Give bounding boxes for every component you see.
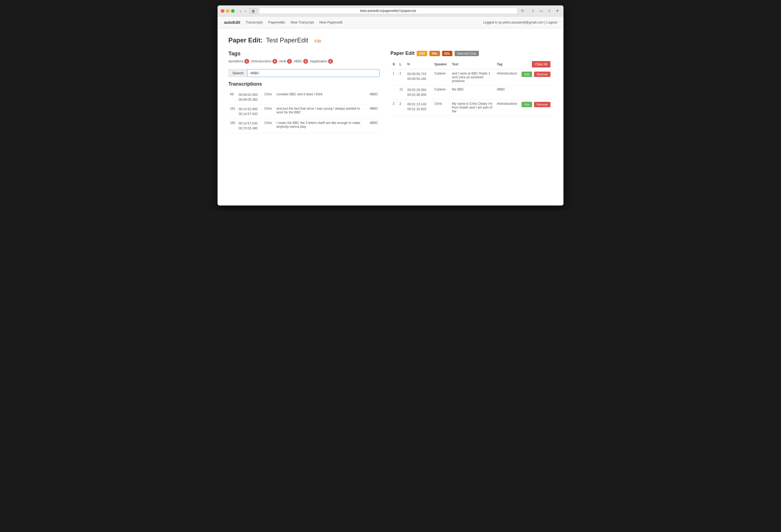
page-title: Paper Edit: Test PaperEdit Edit bbox=[229, 37, 552, 44]
paper-edit-row-3: 2 2 00:01:13.140 00:01:16.920 Chris My n bbox=[390, 100, 552, 116]
nav-link-transcripts[interactable]: Transcripts bbox=[246, 20, 263, 24]
nav-link-paperedits[interactable]: Paperedits bbox=[269, 20, 285, 24]
table-row: 69 00:08:02.050 00:08:05.380 Chris consi… bbox=[229, 90, 380, 104]
tag-bbc-count: 4 bbox=[303, 59, 308, 64]
table-row: 162 00:14:57.630 00:15:02.480 Chris I me… bbox=[229, 119, 380, 133]
pe-tag-3: #Introductions bbox=[495, 100, 519, 116]
reload-button[interactable]: ↻ bbox=[520, 8, 526, 13]
title-name: Test PaperEdit bbox=[266, 37, 309, 44]
minimize-button[interactable] bbox=[226, 9, 230, 13]
address-bar[interactable]: beta.autoedit.io/paperedits/1/papercuts bbox=[259, 8, 518, 14]
paper-edit-title: Paper Edit bbox=[390, 50, 415, 56]
navbar-right: Logged in as pietro.passarelli@gmail.com… bbox=[483, 20, 557, 24]
col-l: L bbox=[397, 59, 405, 70]
tag-introductions[interactable]: #Introductions 4 bbox=[250, 59, 277, 64]
tag-bbc[interactable]: #BBC 4 bbox=[293, 59, 308, 64]
search-input[interactable] bbox=[247, 69, 380, 77]
tags-title: Tags bbox=[229, 50, 380, 57]
paper-edit-header-row: N L tc Speaker Text Tag Clear All bbox=[390, 59, 552, 70]
close-button[interactable] bbox=[221, 9, 224, 13]
transcriptions-table: 69 00:08:02.050 00:08:05.380 Chris consi… bbox=[229, 90, 380, 133]
tc-speaker-3: Chris bbox=[263, 119, 275, 133]
view-text-only-button[interactable]: View text Only bbox=[455, 51, 479, 56]
pe-l-2: 21 bbox=[397, 85, 405, 100]
pe-speaker-1: Carlene bbox=[432, 70, 450, 85]
tc-num-2: 161 bbox=[229, 104, 237, 119]
title-prefix: Paper Edit: bbox=[229, 37, 263, 44]
app-content: autoEdit Transcripts Paperedits New Tran… bbox=[217, 16, 564, 206]
main-content: Paper Edit: Test PaperEdit Edit Tags #pr… bbox=[217, 28, 564, 204]
tc-time-2: 00:14:52.800 00:14:57.630 bbox=[237, 104, 263, 119]
two-column-layout: Tags #problems 1 #Introductions 4 bbox=[229, 50, 552, 133]
tag-problems[interactable]: #problems 1 bbox=[229, 59, 249, 64]
tc-tag-1: #BBC bbox=[368, 90, 380, 104]
tc-num-1: 69 bbox=[229, 90, 237, 104]
add-tab-button[interactable]: + bbox=[554, 8, 560, 14]
tag-problems-label: #problems bbox=[229, 59, 244, 63]
share-button[interactable]: ⇧ bbox=[530, 8, 536, 13]
pe-tag-2: #BBC bbox=[495, 85, 519, 100]
pe-l-3: 2 bbox=[397, 100, 405, 116]
remove-button-1[interactable]: Remove bbox=[534, 72, 550, 77]
tag-bbc-label: #BBC bbox=[293, 59, 302, 63]
logout-link[interactable]: | Logout bbox=[544, 20, 557, 24]
tag-introductions-label: #Introductions bbox=[250, 59, 272, 63]
download-button[interactable]: ⇩ bbox=[546, 8, 552, 13]
nav-buttons: ‹ › bbox=[238, 8, 248, 14]
user-email: pietro.passarelli@gmail.com bbox=[503, 20, 543, 24]
tag-problems-count: 1 bbox=[244, 59, 249, 64]
tc-text-3: I mean the BBC the 3 letters itself are … bbox=[275, 119, 368, 133]
tc-num-3: 162 bbox=[229, 119, 237, 133]
col-n: N bbox=[390, 59, 397, 70]
csv-button[interactable]: CSV bbox=[417, 51, 427, 56]
table-row: 161 00:14:52.800 00:14:57.630 Chris and … bbox=[229, 104, 380, 119]
tc-tag-3: #BBC bbox=[368, 119, 380, 133]
edit-button-3[interactable]: Edit bbox=[522, 102, 532, 107]
transcriptions-title: Transcriptions bbox=[229, 81, 380, 87]
nav-link-new-paperedit[interactable]: New Paperedit bbox=[320, 20, 342, 24]
tc-speaker-2: Chris bbox=[263, 104, 275, 119]
nav-link-new-transcript[interactable]: New Transcript bbox=[290, 20, 314, 24]
pe-speaker-2: Carlene bbox=[432, 85, 450, 100]
clear-all-button[interactable]: Clear All bbox=[532, 61, 550, 68]
pe-tc-2: 00:02:29.050 00:02:36.000 bbox=[405, 85, 432, 100]
pe-n-2 bbox=[390, 85, 397, 100]
pe-tc-3: 00:01:13.140 00:01:16.920 bbox=[405, 100, 432, 116]
maximize-button[interactable] bbox=[231, 9, 235, 13]
tags-section: Tags #problems 1 #Introductions 4 bbox=[229, 50, 380, 64]
edit-button-1[interactable]: Edit bbox=[522, 72, 532, 77]
edit-link[interactable]: Edit bbox=[315, 39, 321, 43]
tag-application[interactable]: #application 1 bbox=[309, 59, 333, 64]
tag-application-label: #application bbox=[309, 59, 327, 63]
pe-actions-1: Edit Remove bbox=[520, 70, 552, 85]
pe-n-1: 1 bbox=[390, 70, 397, 85]
tag-edit-count: 1 bbox=[287, 59, 292, 64]
col-text: Text bbox=[450, 59, 495, 70]
pe-tag-1: #Introductions bbox=[495, 70, 519, 85]
pe-actions-3: Edit Remove bbox=[520, 100, 552, 116]
duplicate-tab-button[interactable]: ▭ bbox=[538, 8, 544, 13]
pe-tc-1: 00:00:50.719 00:00:54.160 bbox=[405, 70, 432, 85]
col-tag: Tag bbox=[495, 59, 519, 70]
search-button[interactable]: Search bbox=[229, 69, 247, 77]
browser-chrome: ‹ › ▦ beta.autoedit.io/paperedits/1/pape… bbox=[217, 5, 564, 16]
tag-edit-label: #edit bbox=[278, 59, 286, 63]
forward-button[interactable]: › bbox=[244, 8, 248, 14]
back-button[interactable]: ‹ bbox=[238, 8, 242, 14]
edl-button[interactable]: EDL bbox=[442, 51, 452, 56]
tc-time-1: 00:08:02.050 00:08:05.380 bbox=[237, 90, 263, 104]
col-speaker: Speaker bbox=[432, 59, 450, 70]
search-section: Search bbox=[229, 69, 380, 77]
xml-button[interactable]: XML bbox=[429, 51, 440, 56]
pe-n-3: 2 bbox=[390, 100, 397, 116]
left-column: Tags #problems 1 #Introductions 4 bbox=[229, 50, 380, 133]
pe-text-1: and I work at BBC Radio 1 and 1xtra as a… bbox=[450, 70, 495, 85]
navbar-brand: autoEdit bbox=[224, 20, 240, 25]
paper-edit-row-2: 21 00:02:29.050 00:02:36.000 Carlene the… bbox=[390, 85, 552, 100]
tags-list: #problems 1 #Introductions 4 #edit 1 bbox=[229, 59, 380, 64]
remove-button-3[interactable]: Remove bbox=[534, 102, 550, 107]
sidebar-toggle-button[interactable]: ▦ bbox=[250, 8, 257, 14]
pe-text-2: the BBC bbox=[450, 85, 495, 100]
tag-edit[interactable]: #edit 1 bbox=[278, 59, 292, 64]
paper-edit-row-1: 1 2 00:00:50.719 00:00:54.160 Carlene an bbox=[390, 70, 552, 85]
